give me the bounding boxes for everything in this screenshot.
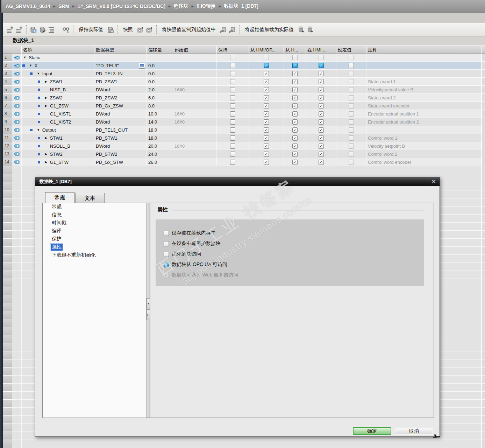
- cell-comment[interactable]: Status word encoder: [366, 102, 482, 110]
- cell-start-value[interactable]: [173, 94, 217, 102]
- cell-comment[interactable]: [366, 126, 482, 134]
- checkbox[interactable]: ✓: [292, 71, 298, 76]
- cell-name[interactable]: ▶G1_STW: [22, 158, 94, 166]
- cell-data-type[interactable]: DWord: [94, 110, 147, 118]
- row-number[interactable]: [3, 335, 12, 343]
- row-number[interactable]: [3, 198, 12, 206]
- checkbox[interactable]: [230, 144, 235, 149]
- checkbox[interactable]: [164, 231, 169, 236]
- cell-data-type[interactable]: DWord: [94, 142, 147, 150]
- expand-arrow-icon[interactable]: ▼: [37, 72, 40, 75]
- cell-comment[interactable]: [366, 54, 482, 62]
- checkbox[interactable]: ✓: [319, 135, 324, 141]
- camera-down-icon[interactable]: [145, 25, 154, 34]
- checkbox[interactable]: ✓: [264, 119, 269, 125]
- checkbox[interactable]: ✓: [319, 103, 324, 108]
- checkbox[interactable]: ✓: [319, 144, 324, 149]
- cell-name[interactable]: NIST_B: [22, 86, 94, 94]
- row-number[interactable]: [3, 295, 12, 303]
- ok-button[interactable]: 确定: [353, 427, 391, 435]
- row-number[interactable]: [3, 343, 12, 351]
- checkbox[interactable]: ✓: [292, 87, 298, 92]
- row-number[interactable]: [3, 327, 12, 335]
- row-number[interactable]: 9: [3, 118, 12, 126]
- expand-arrow-icon[interactable]: ▼: [37, 128, 40, 132]
- cell-name[interactable]: ▶ZSW2: [22, 94, 94, 102]
- row-number[interactable]: [3, 424, 12, 432]
- cell-comment[interactable]: Control word 1: [366, 134, 482, 142]
- insert-row-below-icon[interactable]: [15, 25, 24, 34]
- cell-data-type[interactable]: PD_ZSW1: [94, 78, 147, 86]
- cell-name[interactable]: G1_XIST1: [22, 110, 94, 118]
- collapse-arrow-icon[interactable]: ▶: [44, 80, 48, 83]
- checkbox[interactable]: ✓: [292, 152, 298, 157]
- cell-comment[interactable]: Control word encoder: [366, 158, 482, 166]
- cell-offset[interactable]: 14.0: [147, 118, 173, 126]
- checkbox[interactable]: [230, 71, 235, 76]
- checkbox[interactable]: ✓: [319, 119, 324, 125]
- splitter-collapse-left-icon[interactable]: ◄: [147, 298, 150, 309]
- cell-start-value[interactable]: 16#0: [173, 86, 217, 94]
- checkbox[interactable]: [230, 63, 235, 68]
- checkbox[interactable]: ✓: [292, 127, 298, 133]
- row-number[interactable]: 8: [3, 110, 12, 118]
- table-row[interactable]: 6 ▶ZSW2PD_ZSW26.0✓✓✓Status word 2: [3, 94, 485, 102]
- breadcrumb-item[interactable]: 数据块_1 [DB7]: [224, 3, 258, 9]
- empty-cell[interactable]: [22, 440, 482, 448]
- cell-name[interactable]: ▼Static: [22, 54, 94, 62]
- db-load-all-icon[interactable]: [306, 25, 315, 34]
- row-number[interactable]: [3, 166, 12, 174]
- column-header[interactable]: 偏移量: [147, 46, 173, 54]
- cell-data-type[interactable]: PD_Gx_ZSW: [94, 102, 147, 110]
- splitter-collapse-right-icon[interactable]: ►: [147, 309, 150, 320]
- cell-data-type[interactable]: "PD_TEL3": [94, 62, 147, 70]
- row-number[interactable]: 13: [3, 150, 12, 158]
- checkbox[interactable]: ✓: [264, 144, 269, 149]
- breadcrumb-item[interactable]: SRM: [58, 4, 69, 9]
- column-header[interactable]: 名称: [22, 46, 94, 54]
- row-number[interactable]: 5: [3, 86, 12, 94]
- column-header[interactable]: [482, 46, 485, 54]
- db-retain-icon[interactable]: [106, 25, 115, 34]
- row-number[interactable]: [3, 190, 12, 198]
- checkbox[interactable]: ✓: [292, 63, 298, 68]
- row-number[interactable]: 6: [3, 94, 12, 102]
- row-number[interactable]: [3, 206, 12, 215]
- cell-offset[interactable]: 2.0: [147, 86, 173, 94]
- breadcrumb-item[interactable]: 1#_SRM_V0.0 [CPU 1214C DC/DC/DC]: [78, 4, 165, 9]
- collapse-arrow-icon[interactable]: ▶: [44, 104, 48, 107]
- row-number[interactable]: [3, 174, 12, 182]
- row-number[interactable]: [3, 311, 12, 319]
- cell-comment[interactable]: Status word 2: [366, 94, 482, 102]
- collapse-arrow-icon[interactable]: ▶: [44, 96, 48, 99]
- cell-comment[interactable]: Status word 1: [366, 78, 482, 86]
- empty-cell[interactable]: [22, 166, 482, 174]
- column-header[interactable]: [12, 46, 22, 54]
- checkbox[interactable]: ✓: [319, 111, 324, 117]
- collapse-arrow-icon[interactable]: ▶: [44, 160, 48, 164]
- table-row[interactable]: 4 ▶ZSW1PD_ZSW10.0✓✓✓Status word 1: [3, 78, 485, 86]
- checkbox[interactable]: ✓: [264, 87, 269, 92]
- nav-item[interactable]: 保护: [43, 235, 146, 243]
- expand-arrow-icon[interactable]: ▼: [29, 64, 33, 67]
- checkbox[interactable]: ✓: [264, 79, 269, 84]
- checkbox[interactable]: [230, 111, 235, 117]
- cell-data-type[interactable]: [94, 54, 147, 62]
- cell-start-value[interactable]: [173, 150, 217, 158]
- cell-start-value[interactable]: [173, 126, 217, 134]
- cell-data-type[interactable]: PD_STW1: [94, 134, 147, 142]
- cell-offset[interactable]: 20.0: [147, 142, 173, 150]
- table-row[interactable]: 10 ▼OutputPD_TEL3_OUT18.0✓✓✓: [3, 126, 485, 134]
- cell-comment[interactable]: Velocity actual value B: [366, 86, 482, 94]
- checkbox[interactable]: ✓: [319, 160, 324, 165]
- row-number[interactable]: [3, 182, 12, 190]
- resize-grip-icon[interactable]: [433, 431, 440, 438]
- cell-data-type[interactable]: PD_TEL3_IN: [94, 70, 147, 78]
- row-number[interactable]: 2: [3, 62, 12, 70]
- cell-comment[interactable]: [366, 62, 482, 70]
- snapshot-button[interactable]: 快照: [120, 25, 136, 34]
- cell-name[interactable]: ▶ZSW1: [22, 78, 94, 86]
- column-header[interactable]: 从 H...: [284, 46, 306, 54]
- row-number[interactable]: [3, 392, 12, 400]
- checkbox[interactable]: ✓: [319, 79, 324, 84]
